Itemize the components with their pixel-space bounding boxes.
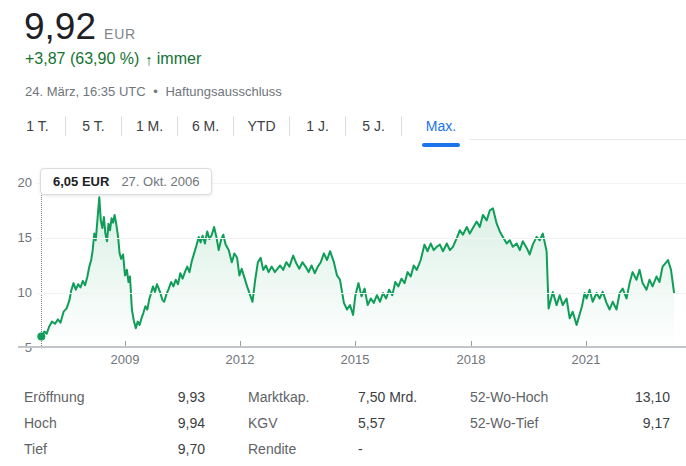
x-axis-label: 2009 [111,352,140,367]
tab-1m[interactable]: 1 M. [122,112,177,140]
stats-column-3: 52-Wo-Hoch 13,10 52-Wo-Tief 9,17 [470,384,670,436]
stat-value: 9,93 [178,389,205,405]
stats-column-1: Eröffnung 9,93 Hoch 9,94 Tief 9,70 [24,384,205,462]
up-arrow-icon: ↑ [145,51,153,68]
stat-value: 5,57 [358,415,385,431]
stat-52w-low: 52-Wo-Tief 9,17 [470,410,670,436]
stat-value: - [358,441,363,457]
tooltip-date: 27. Okt. 2006 [121,174,199,189]
tab-1y[interactable]: 1 J. [290,112,345,140]
stat-label: Tief [24,441,47,457]
x-axis-label: 2021 [572,352,601,367]
stat-label: Eröffnung [24,389,84,405]
stat-yield: Rendite - [248,436,423,462]
y-axis-label: 5 [2,340,32,356]
stat-label: Marktkap. [248,389,358,405]
stat-value: 7,50 Mrd. [358,389,417,405]
currency-label: EUR [104,26,136,42]
period-tabs: 1 T. 5 T. 1 M. 6 M. YTD 1 J. 5 J. Max. [10,112,480,140]
tab-ytd[interactable]: YTD [234,112,289,140]
stock-widget: 9,92 EUR +3,87 (63,90 %) ↑ immer 24. Mär… [0,0,686,466]
stat-value: 9,94 [178,415,205,431]
active-tab-underline [422,143,460,147]
chart-tooltip: 6,05 EUR 27. Okt. 2006 [40,168,212,195]
current-price: 9,92 [24,6,96,48]
x-axis-label: 2018 [457,352,486,367]
x-axis-line [18,346,686,348]
stat-low: Tief 9,70 [24,436,205,462]
stat-label: 52-Wo-Hoch [470,389,548,405]
price-change-row: +3,87 (63,90 %) ↑ immer [25,50,201,68]
tab-6m[interactable]: 6 M. [178,112,233,140]
dot-separator: • [153,84,158,99]
tooltip-price: 6,05 EUR [53,174,109,189]
quote-date-row: 24. März, 16:35 UTC • Haftungsausschluss [25,84,282,99]
stat-label: KGV [248,415,358,431]
tab-5d[interactable]: 5 T. [66,112,121,140]
x-axis-tick [586,341,587,346]
stat-high: Hoch 9,94 [24,410,205,436]
quote-timestamp: 24. März, 16:35 UTC [25,84,146,99]
gridline [36,293,686,294]
stat-value: 9,70 [178,441,205,457]
tab-1d[interactable]: 1 T. [10,112,65,140]
stat-open: Eröffnung 9,93 [24,384,205,410]
stat-52w-high: 52-Wo-Hoch 13,10 [470,384,670,410]
stat-value: 13,10 [635,389,670,405]
stat-marketcap: Marktkap. 7,50 Mrd. [248,384,423,410]
stat-label: 52-Wo-Tief [470,415,538,431]
tab-max-label: Max. [426,118,456,134]
series-start-dot [37,332,45,340]
tab-5y[interactable]: 5 J. [346,112,401,140]
x-axis-tick [240,341,241,346]
stat-label: Rendite [248,441,358,457]
change-period-label: immer [157,50,201,68]
x-axis-tick [125,341,126,346]
y-axis-label: 20 [2,175,32,191]
stat-pe-ratio: KGV 5,57 [248,410,423,436]
y-axis-label: 15 [2,230,32,246]
x-axis-tick [471,341,472,346]
price-chart[interactable]: 6,05 EUR 27. Okt. 2006 20151052009201220… [0,160,686,375]
stat-label: Hoch [24,415,57,431]
tab-max[interactable]: Max. [402,112,480,140]
tabs-bottom-border [470,139,686,140]
price-row: 9,92 EUR [24,6,136,48]
stats-column-2: Marktkap. 7,50 Mrd. KGV 5,57 Rendite - [248,384,423,462]
x-axis-label: 2012 [226,352,255,367]
disclaimer-link[interactable]: Haftungsausschluss [165,84,281,99]
y-axis-label: 10 [2,285,32,301]
gridline [36,238,686,239]
price-change: +3,87 (63,90 %) [25,50,139,68]
stat-value: 9,17 [643,415,670,431]
x-axis-tick [355,341,356,346]
x-axis-label: 2015 [341,352,370,367]
